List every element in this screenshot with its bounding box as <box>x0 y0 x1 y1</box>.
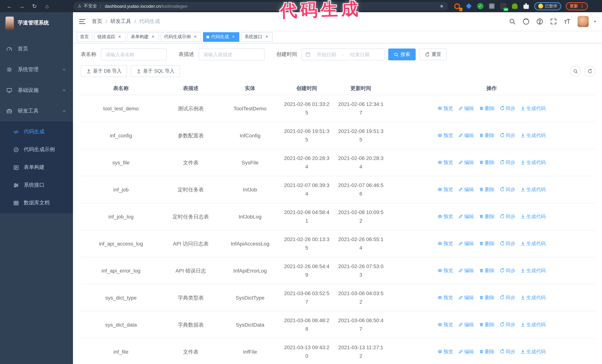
action-edit[interactable]: 编辑 <box>458 185 474 194</box>
action-edit[interactable]: 编辑 <box>458 266 474 275</box>
close-icon[interactable]: × <box>150 34 156 40</box>
reset-button[interactable]: 重置 <box>419 49 447 60</box>
search-icon[interactable] <box>509 18 516 25</box>
font-size-icon[interactable] <box>564 18 570 25</box>
sidebar-logo-row[interactable]: 芋道管理系统 <box>0 12 73 33</box>
sidebar-item-devtools[interactable]: 研发工具 <box>0 101 73 122</box>
help-icon[interactable] <box>537 18 543 25</box>
action-sync[interactable]: 同步 <box>500 320 515 329</box>
action-sync[interactable]: 同步 <box>500 131 515 139</box>
action-eye[interactable]: 预览 <box>438 320 453 329</box>
action-sync[interactable]: 同步 <box>500 239 515 248</box>
table-name-input[interactable] <box>101 49 167 60</box>
action-trash[interactable]: 删除 <box>479 131 494 139</box>
action-download[interactable]: 生成代码 <box>520 104 546 112</box>
action-trash[interactable]: 删除 <box>479 293 494 302</box>
import-sql-button[interactable]: 基于 SQL 导入 <box>131 65 180 77</box>
import-db-button[interactable]: 基于 DB 导入 <box>81 65 127 77</box>
action-sync[interactable]: 同步 <box>500 212 515 220</box>
close-icon[interactable]: × <box>264 34 269 40</box>
paused-pill[interactable]: 已暂停 <box>534 2 561 10</box>
ext-dark-on-icon[interactable]: on <box>499 2 507 10</box>
action-eye[interactable]: 预览 <box>438 239 453 248</box>
action-trash[interactable]: 删除 <box>479 239 494 248</box>
sidebar-item-infra[interactable]: 基础设施 <box>0 80 73 101</box>
action-eye[interactable]: 预览 <box>438 131 453 139</box>
action-sync[interactable]: 同步 <box>500 266 515 275</box>
close-icon[interactable]: × <box>231 34 236 40</box>
action-edit[interactable]: 编辑 <box>458 320 474 329</box>
action-eye[interactable]: 预览 <box>438 185 453 194</box>
action-eye[interactable]: 预览 <box>438 158 453 166</box>
browser-menu-icon[interactable]: ⋮ <box>580 4 584 8</box>
action-download[interactable]: 生成代码 <box>520 320 546 329</box>
start-date-input[interactable] <box>313 52 340 57</box>
search-button[interactable]: 搜索 <box>388 49 416 60</box>
action-edit[interactable]: 编辑 <box>458 212 474 220</box>
action-edit[interactable]: 编辑 <box>458 347 474 356</box>
close-icon[interactable]: × <box>193 34 198 40</box>
action-trash[interactable]: 删除 <box>479 185 494 194</box>
action-edit[interactable]: 编辑 <box>458 293 474 302</box>
action-trash[interactable]: 删除 <box>479 347 494 356</box>
ext-grid-icon[interactable] <box>488 2 495 10</box>
ext-green-key-icon[interactable] <box>511 2 518 10</box>
table-desc-input[interactable] <box>199 49 265 60</box>
ext-puzzle-icon[interactable] <box>522 2 530 10</box>
action-download[interactable]: 生成代码 <box>520 158 546 166</box>
action-edit[interactable]: 编辑 <box>458 104 474 112</box>
tab-表单构建[interactable]: 表单构建× <box>128 32 159 42</box>
action-sync[interactable]: 同步 <box>500 158 515 166</box>
sidebar-item-db-doc[interactable]: 数据库文档 <box>0 194 73 212</box>
sidebar-item-system[interactable]: 系统管理 <box>0 59 73 80</box>
security-warning-icon[interactable]: ⚠ <box>78 4 82 9</box>
action-eye[interactable]: 预览 <box>438 104 453 112</box>
browser-home-icon[interactable]: ⌂ <box>43 2 51 10</box>
action-eye[interactable]: 预览 <box>438 293 453 302</box>
github-icon[interactable] <box>523 18 529 25</box>
action-trash[interactable]: 删除 <box>479 266 494 275</box>
action-sync[interactable]: 同步 <box>500 293 515 302</box>
browser-back-icon[interactable]: ← <box>5 2 13 10</box>
action-trash[interactable]: 删除 <box>479 320 494 329</box>
security-label[interactable]: 不安全 <box>84 3 97 9</box>
ext-green-check-icon[interactable]: ✓ <box>476 2 484 10</box>
action-download[interactable]: 生成代码 <box>520 266 546 275</box>
action-trash[interactable]: 删除 <box>479 158 494 166</box>
ext-blue-gem-icon[interactable] <box>465 2 472 10</box>
bookmark-star-icon[interactable]: ★ <box>440 3 444 9</box>
breadcrumb-item[interactable]: 首页 <box>92 18 102 25</box>
date-range-picker[interactable]: - <box>301 49 385 60</box>
fullscreen-icon[interactable] <box>550 18 557 25</box>
toggle-search-button[interactable] <box>570 66 581 76</box>
sidebar-item-system-api[interactable]: 系统接口 <box>0 176 73 194</box>
action-download[interactable]: 生成代码 <box>520 239 546 248</box>
ext-orange-circle-icon[interactable]: 1 <box>453 2 461 10</box>
refresh-button[interactable] <box>585 66 595 76</box>
avatar[interactable] <box>578 16 589 27</box>
tab-代码生成[interactable]: 代码生成× <box>203 32 239 42</box>
sidebar-item-form-builder[interactable]: 表单构建 <box>0 158 73 176</box>
action-eye[interactable]: 预览 <box>438 266 453 275</box>
sidebar-item-codegen[interactable]: 代码生成 <box>0 123 73 141</box>
action-download[interactable]: 生成代码 <box>520 131 546 139</box>
action-edit[interactable]: 编辑 <box>458 131 474 139</box>
action-eye[interactable]: 预览 <box>438 212 453 220</box>
action-download[interactable]: 生成代码 <box>520 212 546 220</box>
avatar-caret-icon[interactable]: ▼ <box>593 20 596 23</box>
sidebar-item-codegen-example[interactable]: 代码生成示例 <box>0 141 73 158</box>
tab-系统接口[interactable]: 系统接口× <box>241 32 273 42</box>
browser-reload-icon[interactable]: ↻ <box>30 2 39 10</box>
update-button[interactable]: 更新 ⋮ <box>566 2 588 10</box>
tab-首页[interactable]: 首页 <box>77 32 92 42</box>
breadcrumb-item[interactable]: 研发工具 <box>110 18 131 25</box>
action-download[interactable]: 生成代码 <box>520 185 546 194</box>
end-date-input[interactable] <box>346 52 374 57</box>
tab-链路追踪[interactable]: 链路追踪× <box>94 32 126 42</box>
browser-forward-icon[interactable]: → <box>18 2 26 10</box>
action-sync[interactable]: 同步 <box>500 185 515 194</box>
action-eye[interactable]: 预览 <box>438 347 453 356</box>
close-icon[interactable]: × <box>117 34 122 40</box>
address-bar[interactable]: ⚠ 不安全 | dashboard.yudao.iocoder.cn/tool/… <box>73 2 448 10</box>
action-edit[interactable]: 编辑 <box>458 158 474 166</box>
